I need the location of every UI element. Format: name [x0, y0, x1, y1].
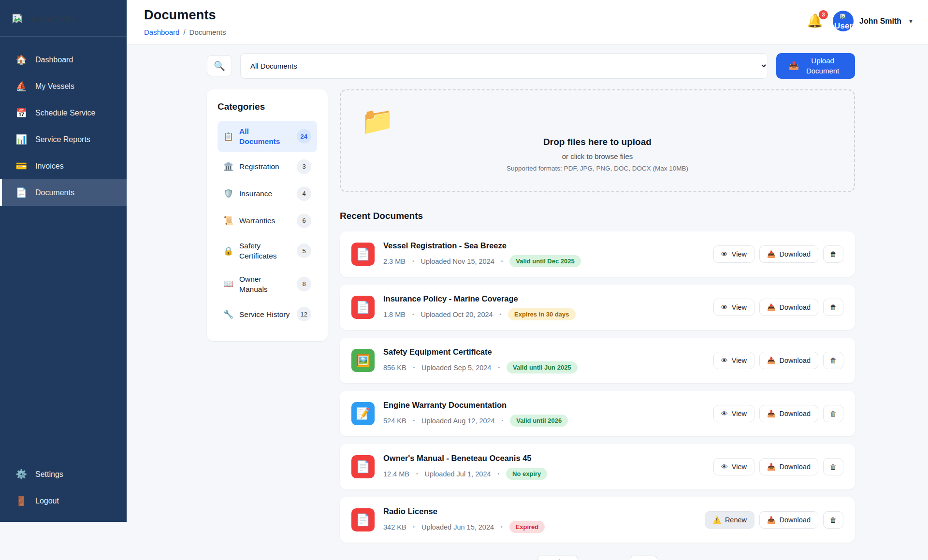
category-item[interactable]: 🛡️ Insurance 4: [218, 181, 317, 206]
document-name: Safety Equipment Certificate: [383, 347, 713, 357]
download-button[interactable]: 📥 Download: [759, 405, 818, 422]
file-type-icon: 📄: [351, 296, 375, 319]
view-button-label: View: [732, 410, 747, 417]
category-item[interactable]: 🏛️ Registration 3: [218, 154, 317, 179]
search-icon: 🔍: [214, 60, 225, 72]
download-button[interactable]: 📥 Download: [759, 511, 818, 529]
delete-button[interactable]: 🗑: [823, 245, 843, 263]
file-type-icon: 📄: [351, 508, 375, 531]
file-type-icon: 🖼️: [351, 349, 375, 372]
avatar: User: [833, 11, 854, 31]
category-icon: 🏛️: [223, 161, 233, 172]
sidebar-nav-item[interactable]: 💳 Invoices: [0, 153, 127, 179]
download-icon: 📥: [767, 251, 775, 258]
category-count-badge: 5: [297, 244, 311, 258]
sidebar-nav-item[interactable]: 📊 Service Reports: [0, 126, 127, 153]
dropzone-title: Drop files here to upload: [341, 90, 854, 147]
meta-separator: •: [498, 365, 500, 370]
breadcrumb-dashboard-link[interactable]: Dashboard: [144, 28, 179, 36]
document-row: 📄 Insurance Policy - Marine Coverage 1.8…: [340, 285, 855, 330]
sidebar-nav-item[interactable]: 📅 Schedule Service: [0, 100, 127, 126]
sidebar-nav: 🏠 Dashboard ⛵ My Vessels 📅 Schedule Serv…: [0, 37, 127, 206]
category-count-badge: 6: [297, 214, 311, 228]
category-icon: 🔧: [223, 309, 233, 319]
eye-icon: 👁: [721, 251, 728, 258]
category-item[interactable]: 🔧 Service History 12: [218, 302, 317, 327]
download-icon: 📥: [767, 463, 775, 470]
view-button[interactable]: 👁 View: [713, 352, 754, 369]
category-icon: 📖: [223, 279, 233, 289]
category-item[interactable]: 🔒 Safety Certificates 5: [218, 235, 317, 267]
document-actions: 👁 View 📥 Download 🗑: [713, 245, 843, 263]
document-uploaded-date: Uploaded Sep 5, 2024: [421, 364, 491, 372]
download-button[interactable]: 📥 Download: [759, 352, 818, 369]
page-header: Documents Dashboard / Documents 🔔 3: [127, 0, 928, 44]
delete-button[interactable]: 🗑: [823, 458, 843, 475]
search-button[interactable]: 🔍: [207, 55, 232, 76]
sidebar-nav-item[interactable]: 🏠 Dashboard: [0, 46, 127, 73]
sidebar-nav-item[interactable]: ⛵ My Vessels: [0, 73, 127, 100]
file-dropzone[interactable]: 📁 Drop files here to upload or click to …: [340, 89, 855, 192]
document-filter-select[interactable]: All Documents: [240, 53, 768, 79]
view-button-label: View: [732, 250, 747, 258]
delete-button[interactable]: 🗑: [823, 352, 843, 369]
upload-document-button[interactable]: 📤 Upload Document: [776, 53, 855, 79]
nav-item-icon: 🚪: [15, 495, 27, 506]
category-item[interactable]: 📋 All Documents 24: [218, 121, 317, 152]
view-button-label: View: [732, 463, 747, 471]
category-count-badge: 8: [297, 277, 311, 291]
breadcrumb: Dashboard / Documents: [144, 28, 226, 36]
view-button[interactable]: 👁 View: [713, 299, 754, 316]
category-icon: 📜: [223, 215, 233, 226]
document-name: Owner's Manual - Beneteau Oceanis 45: [383, 454, 713, 463]
category-label: Owner Manuals: [239, 274, 290, 295]
category-label: Warranties: [239, 215, 275, 226]
document-row: 📄 Vessel Registration - Sea Breeze 2.3 M…: [340, 231, 855, 277]
download-button[interactable]: 📥 Download: [759, 245, 818, 263]
trash-icon: 🗑: [830, 517, 837, 523]
previous-page-button[interactable]: Previous: [537, 556, 578, 560]
pagination: Previous Page 1 of 3 Next: [340, 556, 855, 560]
sidebar-footer-item[interactable]: 🚪 Logout: [0, 488, 127, 514]
view-button[interactable]: 👁 View: [713, 405, 754, 422]
notifications-button[interactable]: 🔔 3: [807, 14, 823, 28]
download-button[interactable]: 📥 Download: [759, 299, 818, 316]
document-uploaded-date: Uploaded Jul 1, 2024: [425, 470, 491, 478]
category-count-badge: 4: [297, 187, 311, 201]
delete-button[interactable]: 🗑: [823, 299, 843, 316]
document-uploaded-date: Uploaded Nov 15, 2024: [420, 258, 494, 265]
view-button-label: View: [732, 303, 747, 311]
nav-item-icon: 💳: [15, 160, 27, 172]
user-menu[interactable]: User John Smith ▼: [833, 11, 914, 31]
sidebar-footer-item[interactable]: ⚙️ Settings: [0, 461, 127, 488]
category-item[interactable]: 📖 Owner Manuals 8: [218, 269, 317, 300]
chevron-down-icon: ▼: [908, 18, 914, 24]
category-item[interactable]: 📜 Warranties 6: [218, 208, 317, 233]
dropzone-formats-hint: Supported formats: PDF, JPG, PNG, DOC, D…: [341, 165, 854, 172]
document-meta: 342 KB • Uploaded Jun 15, 2024 • Expired: [383, 521, 705, 533]
next-page-button[interactable]: Next: [630, 556, 658, 560]
renew-button[interactable]: ⚠️ Renew: [705, 511, 754, 529]
download-button-label: Download: [780, 463, 811, 471]
view-button[interactable]: 👁 View: [713, 458, 754, 475]
dropzone-subtitle: or click to browse files: [341, 152, 854, 160]
sidebar-nav-item[interactable]: 📄 Documents: [0, 179, 127, 206]
renew-button-label: Renew: [725, 516, 747, 524]
eye-icon: 👁: [721, 463, 728, 470]
document-meta: 1.8 MB • Uploaded Oct 20, 2024 • Expires…: [383, 308, 713, 320]
document-uploaded-date: Uploaded Aug 12, 2024: [421, 417, 495, 425]
view-button[interactable]: 👁 View: [713, 245, 754, 263]
eye-icon: 👁: [721, 410, 728, 417]
download-button[interactable]: 📥 Download: [759, 458, 818, 475]
delete-button[interactable]: 🗑: [823, 405, 843, 422]
meta-separator: •: [498, 471, 500, 476]
download-icon: 📥: [767, 410, 775, 417]
notification-count-badge: 3: [819, 10, 828, 19]
categories-title: Categories: [218, 101, 317, 112]
nav-item-label: Service Reports: [35, 135, 90, 144]
download-icon: 📥: [767, 304, 775, 311]
meta-separator: •: [412, 312, 414, 317]
document-actions: 👁 View 📥 Download 🗑: [713, 299, 843, 316]
delete-button[interactable]: 🗑: [823, 511, 843, 529]
folder-icon: 📁: [361, 108, 394, 134]
